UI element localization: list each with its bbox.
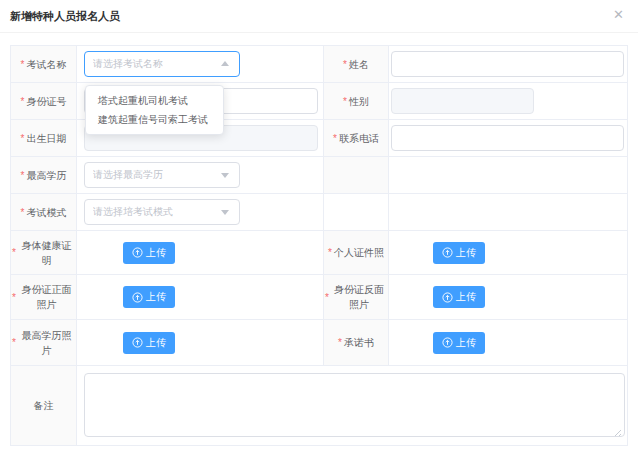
- label-text: 身份证反面照片: [331, 282, 387, 312]
- required-asterisk: *: [21, 57, 25, 72]
- personal-photo-upload-button[interactable]: 上传: [433, 242, 485, 264]
- required-asterisk: *: [21, 131, 25, 146]
- required-asterisk: *: [333, 131, 337, 146]
- gender-input: [391, 88, 534, 114]
- upload-icon: [132, 247, 143, 258]
- empty-field-cell: [389, 157, 627, 194]
- label-education-photo: * 最高学历照片: [11, 320, 77, 366]
- label-exam-mode: * 考试模式: [11, 194, 77, 231]
- label-id-back: * 身份证反面照片: [324, 275, 389, 320]
- dropdown-option-tower-crane[interactable]: 塔式起重机司机考试: [86, 91, 223, 110]
- label-education: * 最高学历: [11, 157, 77, 194]
- label-text: 性别: [349, 94, 369, 109]
- label-commitment: * 承诺书: [324, 320, 389, 366]
- label-text: 身份证号: [26, 94, 66, 109]
- label-phone: * 联系电话: [324, 120, 389, 157]
- label-text: 出生日期: [26, 131, 66, 146]
- label-text: 姓名: [349, 57, 369, 72]
- close-icon[interactable]: ✕: [613, 8, 624, 21]
- required-asterisk: *: [21, 94, 25, 109]
- label-text: 最高学历: [26, 168, 66, 183]
- required-asterisk: *: [328, 245, 332, 260]
- commitment-upload-button[interactable]: 上传: [433, 332, 485, 354]
- label-birth-date: * 出生日期: [11, 120, 77, 157]
- upload-icon: [442, 292, 453, 303]
- empty-label-cell: [324, 194, 389, 231]
- dialog-title: 新增特种人员报名人员: [10, 9, 120, 24]
- required-asterisk: *: [12, 245, 16, 260]
- chevron-up-icon: [221, 61, 229, 66]
- empty-field-cell: [389, 194, 627, 231]
- id-front-upload-button[interactable]: 上传: [123, 286, 175, 308]
- select-placeholder: 请选择考试名称: [93, 57, 163, 71]
- label-text: 考试模式: [26, 205, 66, 220]
- required-asterisk: *: [21, 168, 25, 183]
- upload-button-label: 上传: [146, 336, 166, 350]
- label-id-number: * 身份证号: [11, 83, 77, 120]
- upload-button-label: 上传: [146, 246, 166, 260]
- label-id-front: * 身份证正面照片: [11, 275, 77, 320]
- label-text: 最高学历照片: [18, 328, 75, 358]
- label-text: 联系电话: [339, 131, 379, 146]
- required-asterisk: *: [343, 57, 347, 72]
- upload-button-label: 上传: [456, 290, 476, 304]
- upload-button-label: 上传: [146, 290, 166, 304]
- chevron-down-icon: [221, 210, 229, 215]
- label-text: 身份证正面照片: [18, 282, 75, 312]
- health-cert-upload-button[interactable]: 上传: [123, 242, 175, 264]
- required-asterisk: *: [12, 290, 16, 305]
- exam-name-dropdown: 塔式起重机司机考试 建筑起重信号司索工考试: [85, 85, 224, 135]
- label-exam-name: * 考试名称: [11, 46, 77, 83]
- required-asterisk: *: [338, 335, 342, 350]
- dropdown-option-signal-rigger[interactable]: 建筑起重信号司索工考试: [86, 110, 223, 129]
- label-text: 个人证件照: [334, 245, 384, 260]
- upload-icon: [132, 337, 143, 348]
- required-asterisk: *: [12, 335, 16, 350]
- upload-button-label: 上传: [456, 246, 476, 260]
- dialog-add-special-personnel: 新增特种人员报名人员 ✕ * 考试名称 请选择考试名称 塔式起重机司机考试 建筑…: [0, 0, 638, 446]
- required-asterisk: *: [343, 94, 347, 109]
- label-text: 身体健康证明: [18, 238, 75, 268]
- upload-icon: [132, 292, 143, 303]
- name-input[interactable]: [391, 51, 624, 77]
- upload-icon: [442, 247, 453, 258]
- upload-button-label: 上传: [456, 336, 476, 350]
- label-health-cert: * 身体健康证明: [11, 231, 77, 275]
- select-placeholder: 请选择培考试模式: [93, 205, 173, 219]
- education-select[interactable]: 请选择最高学历: [84, 162, 240, 188]
- required-asterisk: *: [325, 290, 329, 305]
- required-asterisk: *: [21, 205, 25, 220]
- dialog-header: 新增特种人员报名人员 ✕: [0, 0, 638, 33]
- registration-form: * 考试名称 请选择考试名称 塔式起重机司机考试 建筑起重信号司索工考试 * 姓…: [10, 45, 628, 446]
- chevron-down-icon: [221, 173, 229, 178]
- exam-mode-select[interactable]: 请选择培考试模式: [84, 199, 240, 225]
- label-text: 备注: [34, 398, 54, 413]
- empty-label-cell: [324, 157, 389, 194]
- label-text: 考试名称: [26, 57, 66, 72]
- select-placeholder: 请选择最高学历: [93, 168, 163, 182]
- label-text: 承诺书: [344, 335, 374, 350]
- label-gender: * 性别: [324, 83, 389, 120]
- label-remark: 备注: [11, 366, 77, 445]
- education-photo-upload-button[interactable]: 上传: [123, 332, 175, 354]
- upload-icon: [442, 337, 453, 348]
- phone-input[interactable]: [391, 125, 624, 151]
- id-back-upload-button[interactable]: 上传: [433, 286, 485, 308]
- label-name: * 姓名: [324, 46, 389, 83]
- exam-name-select[interactable]: 请选择考试名称 塔式起重机司机考试 建筑起重信号司索工考试: [84, 51, 240, 77]
- label-personal-photo: * 个人证件照: [324, 231, 389, 275]
- remark-textarea[interactable]: [84, 373, 625, 437]
